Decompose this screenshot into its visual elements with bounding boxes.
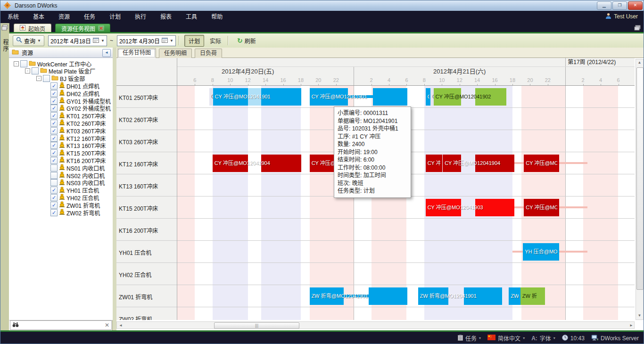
tree-expander-icon[interactable]: - (25, 68, 30, 74)
scroll-left-arrow[interactable]: ◄ (118, 323, 124, 328)
task-bar-label[interactable]: CY 冲压@MO1 (526, 199, 557, 216)
task-bar-label[interactable]: CY 冲 (428, 155, 441, 172)
status-item-字体[interactable]: A:字体▾ (531, 334, 555, 342)
tree-leaf-node[interactable]: ✓GY01 外桶成型机 (50, 97, 111, 105)
tree-leaf-node[interactable]: ✓ZW02 折弯机 (50, 209, 100, 216)
tree-checkbox[interactable]: ✓ (50, 194, 58, 201)
tree-checkbox[interactable]: ✓ (50, 157, 58, 164)
scroll-right-arrow[interactable]: ► (628, 323, 634, 328)
tree-checkbox[interactable]: ✓ (50, 202, 58, 209)
side-strip-label[interactable]: 程序 (1, 39, 9, 52)
tree-folder-node[interactable]: -WorkCenter 工作中心 (14, 60, 91, 67)
task-bar-label[interactable]: YH 压合@MO1 (525, 243, 557, 261)
vertical-scroll-thumb[interactable] (636, 67, 644, 290)
tree-checkbox[interactable] (20, 60, 27, 67)
view-tab-任务甘特图[interactable]: 任务甘特图 (117, 48, 156, 58)
status-item-任务[interactable]: 任务▾ (458, 334, 481, 342)
menu-item-报表[interactable]: 报表 (153, 11, 179, 23)
tree-leaf-node[interactable]: ✓DH01 点焊机 (50, 82, 99, 90)
tree-checkbox[interactable]: ✓ (50, 112, 58, 119)
tree-checkbox[interactable]: ✓ (50, 127, 58, 134)
tree-leaf-node[interactable]: ✓KT02 260T冲床 (50, 119, 106, 127)
tree-leaf-node[interactable]: ✓KT01 250T冲床 (50, 112, 106, 120)
tree-leaf-node[interactable]: ✓YH01 压合机 (50, 187, 99, 194)
tree-checkbox[interactable]: ✓ (50, 135, 58, 142)
restore-button[interactable]: ❐ (612, 1, 627, 10)
menu-item-计划[interactable]: 计划 (102, 11, 128, 23)
tab-close-icon[interactable]: ✕ (98, 25, 104, 31)
task-bar-label[interactable]: ZW 折弯@MO12041901 (312, 287, 406, 305)
tree-checkbox[interactable]: ✓ (50, 90, 58, 97)
tree-leaf-node[interactable]: ✓KT12 160T冲床 (50, 134, 106, 142)
tab-home[interactable]: 起始页 (14, 24, 51, 33)
task-bar-label[interactable]: CY 冲压@MO12041901 (312, 88, 406, 106)
collapse-panel-button[interactable]: ◄ (102, 49, 111, 57)
date-to-field[interactable]: 2012年 4月30日 ▼ (117, 35, 176, 46)
panel-splitter[interactable] (113, 48, 116, 330)
query-button[interactable]: 查询 ▼ (13, 35, 44, 46)
status-item-简体中文[interactable]: 简体中文▾ (487, 334, 525, 342)
minimize-button[interactable]: ▁ (597, 1, 611, 10)
tree-leaf-node[interactable]: NS01 内收口机 (50, 164, 105, 172)
scroll-up-arrow[interactable]: ▲ (636, 60, 643, 66)
task-bar-label[interactable]: ZW (511, 287, 518, 305)
task-bar-label[interactable]: CY 冲压@MO12041904 (445, 155, 512, 172)
tree-leaf-node[interactable]: ✓KT13 160T冲床 (50, 142, 106, 149)
tree-expander-icon[interactable]: - (14, 61, 19, 66)
menu-item-工具[interactable]: 工具 (179, 11, 204, 23)
title-bar[interactable]: Darsson DWorks ▁ ❐ ✕ (0, 0, 644, 11)
task-bar-label[interactable]: C (428, 88, 429, 106)
tree-checkbox[interactable]: ✓ (50, 187, 58, 194)
tab-resource-task-view[interactable]: 资源任务视图 ✕ (55, 24, 110, 33)
tree-folder-node[interactable]: -Metal Plate 钣金厂 (25, 67, 95, 75)
current-user[interactable]: Test User (605, 13, 638, 20)
date-from-field[interactable]: 2012年 4月18日 ▼ (48, 35, 107, 46)
task-bar-label[interactable]: CY 冲压@MO12041902 (436, 88, 504, 106)
tree-leaf-node[interactable]: ✓KT03 260T冲床 (50, 127, 106, 134)
task-bar-label[interactable]: CY 冲压@MO12041903 (428, 199, 512, 216)
tree-leaf-node[interactable]: NS02 内收口机 (50, 172, 105, 179)
tree-checkbox[interactable]: ✓ (50, 209, 58, 216)
tree-checkbox[interactable]: ✓ (50, 98, 58, 105)
tree-checkbox[interactable]: ✓ (50, 120, 58, 127)
task-bar-label[interactable]: CY 冲压@MO12041904 (215, 155, 299, 172)
gantt-horizontal-scrollbar[interactable] (116, 321, 635, 329)
tree-checkbox[interactable]: ✓ (50, 142, 58, 149)
tree-checkbox[interactable]: ✓ (50, 105, 58, 112)
menu-item-帮助[interactable]: 帮助 (204, 11, 230, 23)
task-bar-label[interactable]: CY 冲压@MO12041901 (215, 88, 299, 106)
task-bar-label[interactable]: ZW 折弯@MO12041901 (420, 287, 500, 305)
horizontal-scroll-thumb[interactable]: ||| (214, 322, 299, 329)
tree-checkbox[interactable]: ✓ (50, 149, 58, 156)
tree-checkbox[interactable]: ✓ (50, 82, 58, 90)
menu-item-基本[interactable]: 基本 (26, 11, 51, 23)
tree-leaf-node[interactable]: NS03 内收口机 (50, 179, 105, 187)
status-item-DWorks Server[interactable]: DWorks Server (591, 335, 639, 342)
menu-item-任务[interactable]: 任务 (77, 11, 102, 23)
tree-leaf-node[interactable]: ✓YH02 压合机 (50, 194, 99, 201)
task-bar-label[interactable]: ZW 折 (522, 287, 543, 305)
tree-expander-icon[interactable]: - (36, 76, 41, 81)
menu-item-执行[interactable]: 执行 (128, 11, 153, 23)
menu-item-系统[interactable]: 系统 (0, 11, 26, 23)
view-tab-任务明细[interactable]: 任务明细 (159, 49, 192, 58)
actual-toggle-button[interactable]: 实际 (206, 35, 225, 46)
program-dock-icon[interactable] (1, 25, 8, 32)
close-button[interactable]: ✕ (628, 1, 643, 10)
tree-leaf-node[interactable]: ✓DH02 点焊机 (50, 90, 99, 97)
tree-checkbox[interactable] (50, 179, 58, 186)
task-bar-label[interactable]: CY 冲压@MO1 (526, 155, 557, 172)
tree-leaf-node[interactable]: ✓GY02 外桶成型机 (50, 105, 111, 112)
tree-search-box[interactable]: ✕ (10, 320, 112, 330)
tree-leaf-node[interactable]: ✓KT16 200T冲床 (50, 156, 106, 164)
plan-toggle-button[interactable]: 计划 (184, 35, 204, 47)
status-item-10:43[interactable]: 10:43 (562, 335, 585, 342)
tree-leaf-node[interactable]: ✓ZW01 折弯机 (50, 201, 100, 209)
scroll-down-arrow[interactable]: ▼ (636, 313, 643, 319)
tree-checkbox[interactable] (32, 67, 39, 74)
tree-leaf-node[interactable]: ✓KT15 200T冲床 (50, 149, 106, 157)
tree-checkbox[interactable] (43, 75, 50, 82)
tree-folder-node[interactable]: -BJ 钣金部 (36, 75, 85, 82)
view-tab-日负荷[interactable]: 日负荷 (195, 49, 222, 58)
tree-checkbox[interactable] (50, 172, 58, 179)
